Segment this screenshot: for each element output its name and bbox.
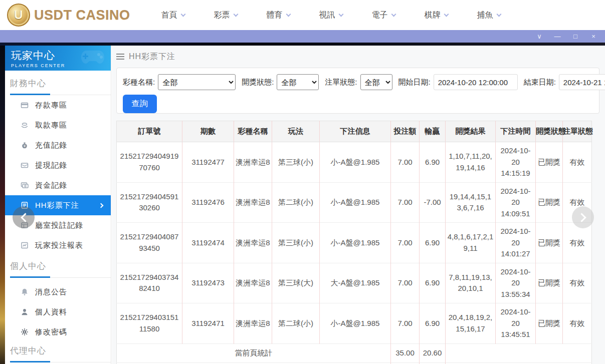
- window-minimize-button[interactable]: —: [554, 33, 561, 40]
- cell-draw-status: 已開獎: [536, 263, 563, 303]
- page-summary-win-total: 20.60: [420, 343, 446, 362]
- deposit-card-icon: [20, 101, 29, 110]
- order-status-label: 注單狀態:: [325, 78, 357, 87]
- cell-bet-info: 小-A盤@1.985: [320, 142, 391, 183]
- sidebar-item-label: 玩家投注報表: [35, 241, 83, 250]
- cell-draw-status: 已開獎: [536, 303, 563, 344]
- cell-draw-status: 已開獎: [536, 182, 563, 223]
- wallet-out-icon: [20, 161, 29, 170]
- page-summary-label: 當前頁統計: [117, 343, 391, 362]
- cell-order-id: 2152172940459130260: [117, 182, 182, 223]
- filter-order-status: 注單狀態: 全部: [325, 74, 392, 90]
- cell-bet-info: 小-A盤@1.985: [320, 303, 391, 344]
- banknotes-icon: [20, 181, 29, 190]
- start-date-input[interactable]: [434, 74, 518, 90]
- cell-win-loss: -7.00: [420, 182, 446, 223]
- nav-label: 首頁: [161, 10, 177, 21]
- chevron-down-icon: [286, 12, 291, 17]
- bell-icon: [20, 288, 29, 296]
- nav-item-electronic[interactable]: 電子: [372, 10, 395, 21]
- lottery-select[interactable]: 全部: [158, 74, 236, 90]
- cell-bet-time: 2024-10-20 13:55:34: [496, 263, 536, 303]
- main-nav: 首頁 彩票 體育 視訊 電子 棋牌 捕魚: [161, 10, 501, 21]
- sidebar-item-withdrawal-record[interactable]: 提現記錄: [5, 155, 111, 175]
- window-collapse-button[interactable]: ∨: [536, 33, 543, 40]
- nav-item-lottery[interactable]: 彩票: [214, 10, 238, 21]
- nav-item-sports[interactable]: 體育: [267, 10, 290, 21]
- section-personal-label: 個人中心: [10, 260, 111, 272]
- sidebar-item-label: 個人資料: [35, 307, 67, 317]
- nav-label: 視訊: [319, 10, 335, 21]
- table-row: 2152172940315111580 31192471 澳洲幸运8 第二球(小…: [117, 303, 592, 344]
- sidebar-item-label: 充值記錄: [35, 141, 67, 150]
- bets-table: 訂單號 期數 彩種名稱 玩法 下注信息 投注額 輸贏 開獎結果 下注時間 開獎狀…: [116, 121, 592, 364]
- brand-logo[interactable]: U USDT CASINO: [7, 4, 130, 27]
- sidebar-item-label: 提現記錄: [35, 161, 67, 170]
- cell-draw-result: 20,4,18,19,2,15,16,17: [446, 303, 496, 344]
- cell-bet-amount: 7.00: [391, 263, 420, 303]
- sidebar-item-profile[interactable]: 個人資料: [5, 302, 111, 322]
- chevron-left-icon: [21, 213, 30, 222]
- col-order-status: 注單狀態: [563, 121, 592, 142]
- window-maximize-button[interactable]: □: [572, 33, 579, 40]
- cell-win-loss: 6.90: [420, 142, 446, 183]
- sidebar-item-announcements[interactable]: 消息公告: [5, 282, 111, 302]
- draw-status-select[interactable]: 全部: [277, 74, 319, 90]
- sidebar-item-deposit[interactable]: 存款專區: [5, 95, 111, 115]
- sidebar-collapse-button[interactable]: [13, 206, 35, 228]
- query-button[interactable]: 查詢: [123, 95, 157, 113]
- sidebar-header: 玩家中心 PLAYERS CENTER: [5, 46, 111, 71]
- gamepad-icon: [80, 49, 106, 66]
- main-content: HH彩票下注 彩種名稱: 全部 開獎狀態: 全部 注單狀態: 全部 開始日期:: [112, 46, 605, 364]
- order-status-select[interactable]: 全部: [360, 74, 392, 90]
- sidebar-item-change-password[interactable]: 修改密碼: [5, 322, 111, 342]
- sidebar-item-funds-record[interactable]: 資金記錄: [5, 175, 111, 195]
- sidebar-item-withdraw[interactable]: 取款專區: [5, 115, 111, 135]
- background-photo-strip: [0, 46, 5, 364]
- chevron-right-icon: [577, 213, 586, 222]
- nav-label: 彩票: [214, 10, 230, 21]
- section-finance-label: 財務中心: [10, 78, 111, 89]
- cell-lottery: 澳洲幸运8: [234, 182, 272, 223]
- content-scroll-right-button[interactable]: [572, 206, 594, 228]
- cell-play: 第三球(小): [272, 142, 320, 183]
- nav-item-home[interactable]: 首頁: [161, 10, 185, 21]
- section-agent: 代理中心: [5, 342, 111, 362]
- hamburger-icon[interactable]: [116, 54, 124, 60]
- cell-lottery: 澳洲幸运8: [234, 303, 272, 344]
- end-date-input[interactable]: [559, 74, 605, 90]
- sidebar-item-label: 資金記錄: [35, 181, 67, 190]
- window-titlebar: ∨ — □ ×: [0, 30, 605, 43]
- col-period: 期數: [182, 121, 234, 142]
- cell-order-id: 2152172940315111580: [117, 303, 182, 344]
- filter-draw-status: 開獎狀態: 全部: [242, 74, 319, 90]
- cell-lottery: 澳洲幸运8: [234, 142, 272, 183]
- nav-item-video[interactable]: 視訊: [319, 10, 343, 21]
- sidebar-item-label: 消息公告: [35, 287, 67, 297]
- nav-item-fishing[interactable]: 捕魚: [477, 10, 501, 21]
- cell-period: 31192474: [182, 223, 234, 263]
- cell-win-loss: 6.90: [420, 303, 446, 344]
- col-draw-status: 開獎狀態: [536, 121, 563, 142]
- chevron-down-icon: [180, 12, 185, 17]
- cell-draw-status: 已開獎: [536, 142, 563, 183]
- page-summary-bet-total: 35.00: [391, 343, 420, 362]
- nav-label: 捕魚: [477, 10, 493, 21]
- end-date-label: 結束日期:: [524, 78, 556, 87]
- money-bag-icon: ¥: [20, 141, 29, 150]
- svg-text:¥: ¥: [24, 144, 26, 148]
- sidebar-item-player-bet-report[interactable]: 玩家投注報表: [5, 235, 111, 255]
- cell-play: 第三球(小): [272, 223, 320, 263]
- cell-draw-result: 1,10,7,11,20,19,14,16: [446, 142, 496, 183]
- col-order-id: 訂單號: [117, 121, 182, 142]
- sidebar-item-recharge-record[interactable]: ¥ 充值記錄: [5, 135, 111, 155]
- breadcrumb: HH彩票下注: [116, 46, 599, 68]
- window-close-button[interactable]: ×: [590, 33, 597, 40]
- cell-period: 31192476: [182, 182, 234, 223]
- nav-item-chess[interactable]: 棋牌: [425, 10, 448, 21]
- cell-order-id: 2152172940373482410: [117, 263, 182, 303]
- cell-period: 31192477: [182, 142, 234, 183]
- cell-bet-amount: 7.00: [391, 182, 420, 223]
- cell-bet-info: 小-A盤@1.985: [320, 223, 391, 263]
- cell-draw-result: 19,14,4,15,13,6,7,16: [446, 182, 496, 223]
